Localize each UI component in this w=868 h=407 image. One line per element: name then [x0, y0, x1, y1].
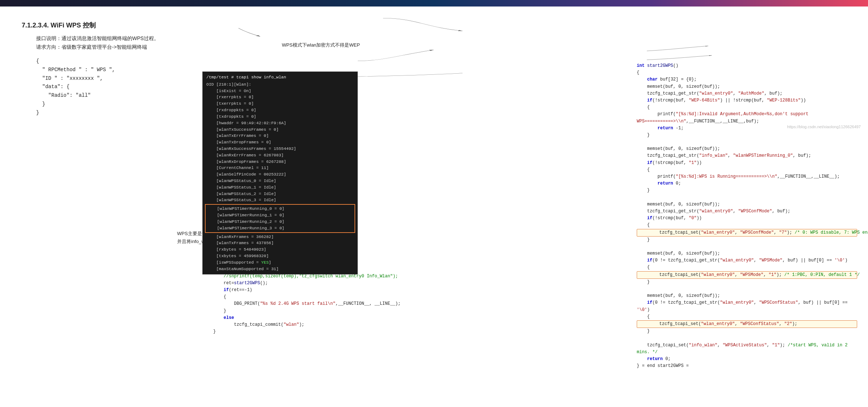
top-bar	[0, 0, 868, 7]
code-line: }	[213, 308, 423, 315]
code-line: }	[637, 237, 857, 243]
terminal-line: [wlanWPSTimerRunning_2 = 0]	[207, 218, 353, 225]
terminal-line: [CurrentChannel = 11]	[206, 165, 354, 171]
code-line: printf("[%s:%d]:Invalid Argument,AuthMod…	[637, 111, 857, 125]
code-line: tzcfg_tcapi_get_str("info_wlan", "wlanWP…	[637, 152, 857, 159]
code-highlighted-line-1: tzcfg_tcapi_set("wlan_entry0", "WPSConfM…	[637, 229, 857, 237]
terminal-line: OID [210:1][Wlan]:	[206, 81, 354, 88]
terminal-line: [wlanTxErrFrames = 0]	[206, 133, 354, 139]
terminal-line: [wlanTxFrames = 437856]	[206, 240, 354, 246]
code-line: ret=start2GWPS();	[213, 280, 423, 287]
terminal-line: [isExist = On]	[206, 88, 354, 94]
code-line	[637, 139, 857, 146]
terminal-line: [wlanWPSStatus_0 = Idle]	[206, 178, 354, 184]
code-line	[637, 286, 857, 293]
terminal-line: [wlanSelfPinCode = 00253222]	[206, 171, 354, 178]
code-line: {	[637, 69, 857, 76]
terminal-line: [hwaddr = 98:A9:42:02:F9:6A]	[206, 120, 354, 126]
code-line: {	[637, 104, 857, 111]
terminal-line: [wlanWPSStatus_2 = Idle]	[206, 191, 354, 197]
code-line: if(0 != tzcfg_tcapi_get_str("wlan_entry0…	[637, 299, 857, 313]
code-line: }	[637, 187, 857, 194]
right-code-panel: int start2GWPS() { char buf[32] = {0}; m…	[637, 62, 857, 369]
code-line: int start2GWPS()	[637, 62, 857, 69]
terminal-line: [txerrpkts = 0]	[206, 100, 354, 107]
code-line: tzcfg_tcapi_get_str("wlan_entry0", "Auth…	[637, 90, 857, 97]
code-line: tzcfg_tcapi_set("info_wlan", "WPSActiveS…	[637, 342, 857, 356]
content-area: 7.1.2.3.4. WiFi WPS 控制 接口说明：通过该消息激活智能组网终…	[0, 7, 868, 132]
terminal-line: [rxerrpkts = 0]	[206, 94, 354, 100]
terminal-line: [wlanRxDropFrames = 6267288]	[206, 159, 354, 165]
watermark: https://blog.csdn.net/xiaolong1126626497	[787, 125, 861, 129]
code-line: }	[637, 328, 857, 335]
code-line: }	[637, 279, 857, 286]
terminal-line: [wlanTxSuccessFrames = 0]	[206, 126, 354, 133]
code-line: char buf[32] = {0};	[637, 76, 857, 83]
terminal-line: [wlanWPSTimerRunning_0 = 0]	[207, 205, 353, 212]
terminal-line: [rxdroppkts = 0]	[206, 107, 354, 113]
code-line	[637, 335, 857, 342]
code-line: memset(buf, 0, sizeof(buf));	[637, 201, 857, 208]
code-line: if(!strcmp(buf, "0"))	[637, 215, 857, 222]
terminal-line: [wlanWPSStatus_3 = Idle]	[206, 197, 354, 203]
code-line: memset(buf, 0, sizeof(buf));	[637, 146, 857, 152]
code-line: tzcfg_tcapi_get_str("wlan_entry0", "WPSC…	[637, 208, 857, 215]
code-line: if(ret==-1)	[213, 287, 423, 294]
annotation-wps-mode: WPS模式下wlan加密方式不得是WEP	[282, 42, 360, 48]
terminal-line: [rxbytes = 54849023]	[206, 246, 354, 253]
section-title: 7.1.2.3.4. WiFi WPS 控制	[22, 21, 846, 30]
terminal-line: [wlanWPSTimerRunning_3 = 0]	[207, 225, 353, 231]
code-line: DBG_PRINT("%s %d 2.4G WPS start fail\n",…	[213, 300, 423, 307]
terminal-highlight-box: [wlanWPSTimerRunning_0 = 0] [wlanWPSTime…	[205, 204, 355, 233]
code-line: printf("[%s:%d]:WPS is Running==========…	[637, 173, 857, 180]
code-line: }	[213, 328, 423, 335]
terminal-line: [wlanRxFrames = 366282]	[206, 234, 354, 240]
terminal-line: [maxStaNumSupported = 31]	[206, 266, 354, 272]
code-line: else	[213, 315, 423, 321]
terminal-line: /tmp/test # tcapi show info_wlan	[206, 74, 354, 81]
code-line: if(0 != tzcfg_tcapi_get_str("wlan_entry0…	[637, 257, 857, 264]
code-line: {	[637, 313, 857, 320]
terminal-line: [wlanWPSStatus_1 = Idle]	[206, 184, 354, 191]
code-line: memset(buf, 0, sizeof(buf));	[637, 250, 857, 257]
terminal-line: [txbytes = 459968320]	[206, 253, 354, 259]
code-line: }	[637, 132, 857, 139]
terminal-line: [wlanWPSTimerRunning_1 = 0]	[207, 212, 353, 218]
code-highlighted-line-3: tzcfg_tcapi_set("wlan_entry0", "WPSConfS…	[637, 320, 857, 328]
code-line: if(!strcmp(buf, "1"))	[637, 160, 857, 166]
terminal-line: [wlanTxDropFrames = 0]	[206, 139, 354, 146]
code-line: {	[637, 222, 857, 229]
code-line: return 0;	[637, 356, 857, 363]
code-line: tzcfg_tcapi_commit("wlan");	[213, 321, 423, 328]
desc-line-2: 请求方向：省级数字家庭管理平台->智能组网终端	[36, 44, 846, 51]
terminal-line: [isWPSSupported = YES]	[206, 259, 354, 266]
code-line: return 0;	[637, 180, 857, 187]
desc-line-1: 接口说明：通过该消息激活智能组网终端的WPS过程。	[36, 35, 846, 42]
code-line: } = end start2GWPS =	[637, 363, 857, 369]
code-highlighted-line-2: tzcfg_tcapi_set("wlan_entry0", "WPSMode"…	[637, 271, 857, 279]
terminal-line: [wlanRxErrFrames = 6267083]	[206, 152, 354, 159]
code-line	[637, 194, 857, 201]
code-line: memset(buf, 0, sizeof(buf));	[637, 293, 857, 299]
code-line: {	[637, 264, 857, 271]
code-line: if(!strcmp(buf, "WEP-64Bits") || !strcmp…	[637, 97, 857, 104]
terminal-line: [wlanRxSuccessFrames = 15554492]	[206, 146, 354, 152]
code-line	[637, 243, 857, 250]
code-line: memset(buf, 0, sizeof(buf));	[637, 83, 857, 90]
terminal-panel: /tmp/test # tcapi show info_wlan OID [21…	[202, 72, 358, 274]
code-line: {	[213, 294, 423, 300]
terminal-line: [txdroppkts = 0]	[206, 113, 354, 120]
code-line: {	[637, 166, 857, 173]
